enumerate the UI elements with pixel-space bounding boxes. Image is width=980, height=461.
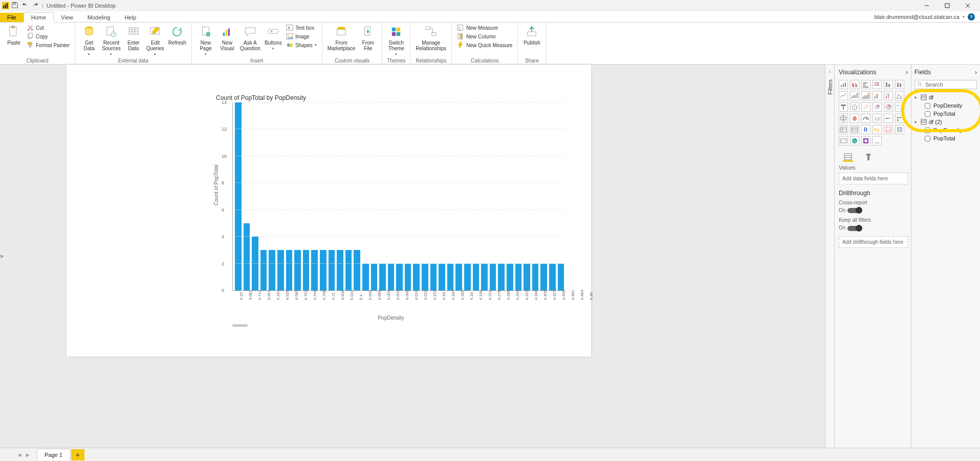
collapsed-view-rail[interactable]: » [0,253,4,260]
report-page[interactable]: Count of PopTotal by PopDensity Count of… [67,65,591,357]
format-tab[interactable] [863,153,874,162]
viz-type-icon[interactable] [895,125,904,134]
viz-type-icon[interactable] [884,125,893,134]
bar[interactable] [329,250,335,290]
bar[interactable] [455,264,462,290]
field-checkbox[interactable] [925,128,930,133]
save-icon[interactable] [11,2,18,10]
bar[interactable] [303,250,310,290]
report-canvas[interactable]: » Count of PopTotal by PopDensity Count … [0,65,825,448]
bar[interactable] [269,250,275,290]
viz-type-icon[interactable] [895,80,904,89]
viz-type-icon[interactable]: 123 [873,114,882,123]
viz-type-icon[interactable] [839,91,848,100]
keep-filters-toggle[interactable] [847,226,862,231]
viz-type-icon[interactable] [850,114,859,123]
fields-search[interactable]: Search [914,80,977,89]
bar[interactable] [260,250,267,290]
bar[interactable] [422,264,428,290]
bar[interactable] [362,264,369,290]
expand-filters-icon[interactable]: ‹ [829,69,831,74]
redo-icon[interactable] [32,2,39,10]
viz-type-icon[interactable] [839,102,848,112]
viz-type-icon[interactable] [850,102,859,112]
new-visual-button[interactable]: New Visual [217,24,237,52]
cut-button[interactable]: Cut [26,24,71,32]
fields-column[interactable]: PopDensity [914,101,977,110]
field-checkbox[interactable] [925,111,930,117]
bar-chart[interactable]: Count of PopTotal 02468101214 4.154.6614… [218,102,564,308]
bar[interactable] [244,223,250,290]
tab-view[interactable]: View [54,13,80,22]
bar[interactable] [320,250,326,290]
viz-type-icon[interactable] [861,80,870,89]
from-file-button[interactable]: From File [358,24,378,52]
manage-relationships-button[interactable]: Manage Relationships [415,24,447,52]
bar[interactable] [413,264,420,290]
file-menu[interactable]: File [0,13,24,22]
new-column-button[interactable]: New Column [456,32,513,40]
bar[interactable] [405,264,411,290]
bar[interactable] [524,264,530,290]
copy-button[interactable]: Copy [26,32,71,40]
viz-type-icon[interactable] [850,136,859,145]
field-checkbox[interactable] [925,136,930,141]
bar[interactable] [286,250,293,290]
enter-data-button[interactable]: Enter Data [124,24,143,52]
bar[interactable] [464,264,471,290]
shapes-button[interactable]: Shapes ▾ [285,41,318,49]
bar[interactable] [498,264,505,290]
close-button[interactable] [957,0,978,11]
chart-horizontal-scrollbar[interactable] [232,324,248,327]
bar[interactable] [396,264,403,290]
cross-report-toggle[interactable] [847,208,862,213]
from-marketplace-button[interactable]: From Marketplace [326,24,356,52]
bar[interactable] [490,264,496,290]
bar[interactable] [345,250,352,290]
fields-table-node[interactable]: ▾df (2) [914,118,977,126]
viz-type-icon[interactable]: R [861,125,870,134]
recent-sources-button[interactable]: Recent Sources▾ [101,24,122,57]
bar[interactable] [252,237,258,290]
viz-type-icon[interactable] [873,102,882,112]
bar[interactable] [430,264,437,290]
bar[interactable] [558,264,564,290]
viz-type-icon[interactable] [895,91,904,100]
viz-type-icon[interactable] [884,114,893,123]
tab-help[interactable]: Help [117,13,143,22]
viz-type-icon[interactable] [873,80,882,89]
viz-type-icon[interactable] [861,136,870,145]
bar[interactable] [337,250,343,290]
filters-pane-collapsed[interactable]: ‹ Filters [825,65,834,448]
viz-type-icon[interactable] [839,136,848,145]
bar[interactable] [354,250,360,290]
bar[interactable] [481,264,488,290]
viz-type-icon[interactable] [873,91,882,100]
viz-type-icon[interactable] [884,80,893,89]
viz-type-icon[interactable] [839,114,848,123]
viz-type-icon[interactable] [861,114,870,123]
viz-type-icon[interactable] [873,136,882,145]
help-icon[interactable]: ? [968,13,975,20]
bar[interactable] [507,264,513,290]
viz-type-icon[interactable] [850,80,859,89]
fields-column[interactable]: PopTotal [914,134,977,142]
refresh-button[interactable]: Refresh [167,24,187,47]
format-painter-button[interactable]: Format Painter [26,41,71,49]
image-button[interactable]: Image [285,32,318,40]
viz-type-icon[interactable] [895,102,904,112]
page-prev[interactable]: ◄ [15,452,24,458]
bar[interactable] [277,250,284,290]
page-next[interactable]: ► [24,452,32,458]
viz-type-icon[interactable] [884,102,893,112]
bar[interactable] [447,264,454,290]
viz-type-icon[interactable] [839,80,848,89]
bar[interactable] [439,264,445,290]
fields-well-tab[interactable] [843,153,853,162]
minimize-button[interactable] [917,0,937,11]
maximize-button[interactable] [937,0,957,11]
bar[interactable] [540,264,547,290]
publish-button[interactable]: Publish [522,24,541,47]
page-tab-1[interactable]: Page 1 [37,449,70,460]
new-quick-measure-button[interactable]: New Quick Measure [456,41,513,49]
